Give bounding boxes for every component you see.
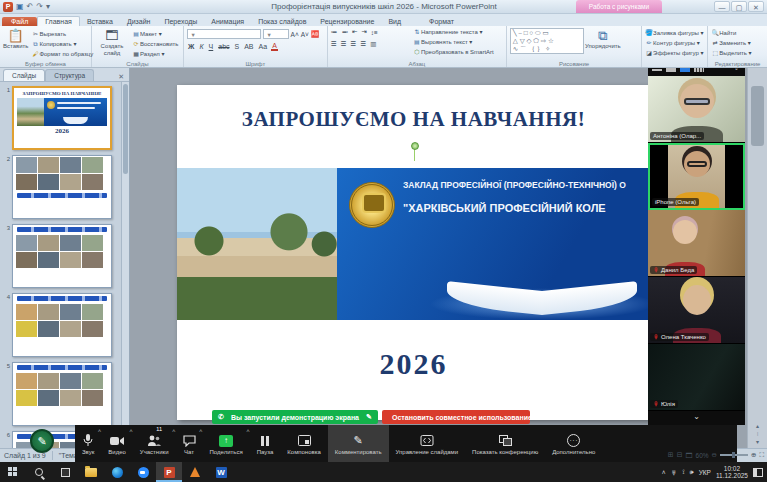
layout-button-zoom[interactable]: Компоновка xyxy=(280,425,327,462)
speaker-icon[interactable]: 🕪 xyxy=(690,468,694,476)
maximize-button[interactable]: ▢ xyxy=(731,1,747,12)
slide-sorter-icon[interactable]: ⊟ xyxy=(677,451,683,459)
font-color-button[interactable]: А xyxy=(271,42,279,51)
clock[interactable]: 10:02 11.12.2025 xyxy=(716,465,748,480)
word-button[interactable]: W xyxy=(208,462,234,482)
clear-format-icon[interactable]: 🆎 xyxy=(311,30,319,38)
pause-share-button[interactable]: Пауза xyxy=(250,425,281,462)
tab-outline-pane[interactable]: Структура xyxy=(45,69,94,81)
paste-button[interactable]: 📋 Вставить xyxy=(3,28,28,59)
undo-icon[interactable]: ↶ xyxy=(27,2,34,12)
slide-thumbnail-1[interactable]: 1 ЗАПРОШУЄМО НА НАВЧАННЯ! 2026 xyxy=(2,86,121,150)
underline-button[interactable]: Ч xyxy=(207,43,215,50)
qat-dropdown-icon[interactable]: ▾ xyxy=(46,2,50,12)
increase-indent-icon[interactable]: ⇥ xyxy=(361,28,366,36)
bold-button[interactable]: Ж xyxy=(187,43,196,50)
new-slide-button[interactable]: 🗔 Создать слайд xyxy=(95,28,129,59)
task-view-button[interactable] xyxy=(52,462,78,482)
font-name-box[interactable]: ▾ xyxy=(187,29,261,39)
show-conference-button[interactable]: Показать конференцию xyxy=(465,425,545,462)
numbering-icon[interactable]: ≕ xyxy=(341,28,348,36)
char-spacing-button[interactable]: АВ xyxy=(243,43,255,50)
participant-video[interactable]: 🎙Олена Ткаченко xyxy=(648,277,745,344)
vlc-button[interactable] xyxy=(182,462,208,482)
tab-file[interactable]: Файл xyxy=(2,17,37,26)
shrink-font-icon[interactable]: A˅ xyxy=(301,31,309,38)
align-center-icon[interactable]: ☰ xyxy=(341,40,347,48)
slide-thumbnail-3[interactable]: 3 xyxy=(2,224,121,288)
shapes-gallery[interactable]: ╲ ⎯ □ ○ ⬭ ▭ △ ▽ ◇ ⬠ ⇨ ☆ ∿ ⌒ ｛ ｝ ✧ xyxy=(510,28,584,54)
find-button[interactable]: 🔍Найти xyxy=(711,29,764,38)
align-right-icon[interactable]: ☰ xyxy=(351,40,357,48)
shape-fill-button[interactable]: 🪣Заливка фигуры ▾ xyxy=(645,29,704,38)
share-screen-button[interactable]: ↑ Поделиться ˄ xyxy=(203,425,250,462)
participant-video[interactable]: 🎙Данил Беда xyxy=(648,210,745,277)
zoom-in-icon[interactable]: ⊕ xyxy=(751,451,756,459)
shape-effects-button[interactable]: ◪Эффекты фигур ▾ xyxy=(645,49,704,58)
redo-icon[interactable]: ↷ xyxy=(36,2,43,12)
start-button[interactable] xyxy=(0,462,26,482)
justify-icon[interactable]: ☰ xyxy=(360,40,366,48)
replace-button[interactable]: ⇄Заменить ▾ xyxy=(711,39,764,48)
tray-mic-icon[interactable]: 🎙 xyxy=(671,469,678,476)
vertical-scrollbar[interactable]: ▴⁞▾ xyxy=(747,68,767,448)
select-button[interactable]: ⬚Выделить ▾ xyxy=(711,49,764,58)
normal-view-icon[interactable]: ⊞ xyxy=(668,451,674,459)
tab-review[interactable]: Рецензирование xyxy=(313,17,381,26)
participant-video[interactable]: Антоніна (Олар... xyxy=(648,76,745,143)
edge-button[interactable] xyxy=(104,462,130,482)
decrease-indent-icon[interactable]: ⇤ xyxy=(352,28,357,36)
tab-format[interactable]: Формат xyxy=(422,17,461,26)
tab-transitions[interactable]: Переходы xyxy=(157,17,204,26)
arrange-button[interactable]: ⧉ Упорядочить xyxy=(588,28,618,59)
cut-button[interactable]: ✂Вырезать xyxy=(31,30,93,39)
slide-canvas[interactable]: ЗАПРОШУЄМО НА НАВЧАННЯ! ЗАКЛАД ПРОФЕСІЙН… xyxy=(177,85,650,420)
reset-button[interactable]: ⟳Восстановить xyxy=(132,40,178,49)
change-case-button[interactable]: Аа xyxy=(257,43,269,50)
format-painter-button[interactable]: 🖌Формат по образцу xyxy=(31,50,93,59)
tab-slides-pane[interactable]: Слайды xyxy=(3,69,45,81)
powerpoint-taskbar-button[interactable]: P xyxy=(156,462,182,482)
font-size-box[interactable]: ▾ xyxy=(263,29,289,39)
copy-button[interactable]: ⧉Копировать ▾ xyxy=(31,40,93,49)
zoom-slider[interactable] xyxy=(720,454,748,456)
strikethrough-button[interactable]: abc xyxy=(217,43,231,50)
italic-button[interactable]: К xyxy=(198,43,205,50)
line-spacing-icon[interactable]: ↕≡ xyxy=(371,29,378,36)
save-icon[interactable]: ▣ xyxy=(16,2,24,12)
more-button[interactable]: ··· Дополнительно xyxy=(545,425,602,462)
language-indicator[interactable]: УКР xyxy=(699,469,711,476)
tab-insert[interactable]: Вставка xyxy=(80,17,120,26)
shape-outline-button[interactable]: ✏Контур фигуры ▾ xyxy=(645,39,704,48)
align-text-button[interactable]: ▤Выровнять текст ▾ xyxy=(413,38,494,47)
scroll-participants-chevron-icon[interactable]: ⌄ xyxy=(648,411,745,425)
slide-control-button[interactable]: Управление слайдами xyxy=(389,425,466,462)
tray-chevron-icon[interactable]: ˄ xyxy=(662,469,666,476)
text-direction-button[interactable]: ⇅Направление текста ▾ xyxy=(413,28,494,37)
participants-button[interactable]: Участники 11 ˄ xyxy=(133,425,176,462)
zoom-out-icon[interactable]: ⊖ xyxy=(712,451,717,459)
align-left-icon[interactable]: ☰ xyxy=(331,40,337,48)
audio-button[interactable]: Звук ˄ xyxy=(75,425,101,462)
network-icon[interactable]: ⟟ xyxy=(682,468,684,476)
fit-to-window-icon[interactable]: ⛶ xyxy=(759,451,764,459)
chat-button[interactable]: Чат ˄ xyxy=(176,425,203,462)
panel-close-icon[interactable]: ✕ xyxy=(116,73,126,81)
slide-thumbnail-2[interactable]: 2 xyxy=(2,155,121,219)
participant-video-active-speaker[interactable]: iPhone (Ольга) xyxy=(648,143,745,210)
tab-design[interactable]: Дизайн xyxy=(120,17,158,26)
tab-slideshow[interactable]: Показ слайдов xyxy=(251,17,313,26)
slideshow-view-icon[interactable]: 🗖 xyxy=(686,452,693,459)
grow-font-icon[interactable]: A˄ xyxy=(291,31,299,38)
smartart-button[interactable]: ⬡Преобразовать в SmartArt xyxy=(413,48,494,57)
panel-scrollbar[interactable] xyxy=(121,82,129,448)
participant-video[interactable]: 🎙Юлія xyxy=(648,344,745,411)
file-explorer-button[interactable] xyxy=(78,462,104,482)
columns-icon[interactable]: ▥ xyxy=(370,40,376,48)
tab-view[interactable]: Вид xyxy=(381,17,408,26)
minimize-panel-icon[interactable] xyxy=(652,69,662,71)
minimize-button[interactable]: — xyxy=(714,1,730,12)
slide-thumbnail-4[interactable]: 4 xyxy=(2,293,121,357)
layout-button[interactable]: ▤Макет ▾ xyxy=(132,30,178,39)
selection-handle[interactable] xyxy=(414,147,415,161)
